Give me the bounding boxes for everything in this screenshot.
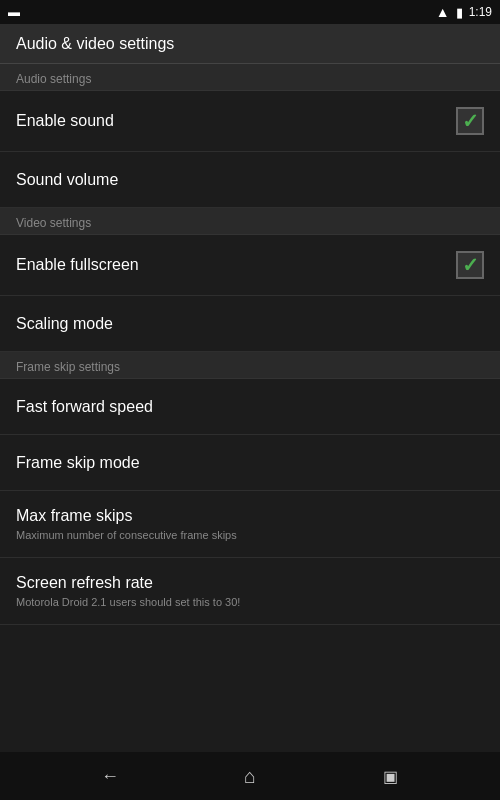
nav-recents-button[interactable]: ▣ xyxy=(366,752,414,800)
checkbox-enable-fullscreen[interactable]: ✓ xyxy=(456,251,484,279)
screen-icon: ▬ xyxy=(8,5,20,19)
setting-text-sound-volume: Sound volume xyxy=(16,171,118,189)
setting-item-enable-sound[interactable]: Enable sound✓ xyxy=(0,91,500,152)
setting-text-screen-refresh-rate: Screen refresh rateMotorola Droid 2.1 us… xyxy=(16,574,240,608)
section-header-0: Audio settings xyxy=(0,64,500,91)
setting-item-frame-skip-mode[interactable]: Frame skip mode xyxy=(0,435,500,491)
setting-item-scaling-mode[interactable]: Scaling mode xyxy=(0,296,500,352)
nav-back-button[interactable]: ← xyxy=(86,752,134,800)
section-header-1: Video settings xyxy=(0,208,500,235)
setting-text-enable-fullscreen: Enable fullscreen xyxy=(16,256,139,274)
setting-text-fast-forward-speed: Fast forward speed xyxy=(16,398,153,416)
setting-subtitle-screen-refresh-rate: Motorola Droid 2.1 users should set this… xyxy=(16,596,240,608)
setting-title-enable-fullscreen: Enable fullscreen xyxy=(16,256,139,274)
nav-home-button[interactable]: ⌂ xyxy=(226,752,274,800)
checkmark-enable-sound: ✓ xyxy=(462,111,479,131)
setting-title-screen-refresh-rate: Screen refresh rate xyxy=(16,574,240,592)
page-title: Audio & video settings xyxy=(16,35,174,53)
setting-title-sound-volume: Sound volume xyxy=(16,171,118,189)
recents-icon: ▣ xyxy=(383,767,398,786)
battery-icon: ▮ xyxy=(456,5,463,20)
back-icon: ← xyxy=(101,766,119,787)
setting-title-frame-skip-mode: Frame skip mode xyxy=(16,454,140,472)
status-bar-left: ▬ xyxy=(8,5,20,19)
title-bar: Audio & video settings xyxy=(0,24,500,64)
setting-item-screen-refresh-rate[interactable]: Screen refresh rateMotorola Droid 2.1 us… xyxy=(0,558,500,625)
status-time: 1:19 xyxy=(469,5,492,19)
setting-title-fast-forward-speed: Fast forward speed xyxy=(16,398,153,416)
checkbox-enable-sound[interactable]: ✓ xyxy=(456,107,484,135)
status-bar-right: ▲ ▮ 1:19 xyxy=(436,4,492,20)
setting-title-max-frame-skips: Max frame skips xyxy=(16,507,237,525)
setting-title-scaling-mode: Scaling mode xyxy=(16,315,113,333)
checkmark-enable-fullscreen: ✓ xyxy=(462,255,479,275)
setting-item-enable-fullscreen[interactable]: Enable fullscreen✓ xyxy=(0,235,500,296)
setting-text-max-frame-skips: Max frame skipsMaximum number of consecu… xyxy=(16,507,237,541)
home-icon: ⌂ xyxy=(244,765,256,788)
setting-subtitle-max-frame-skips: Maximum number of consecutive frame skip… xyxy=(16,529,237,541)
setting-item-sound-volume[interactable]: Sound volume xyxy=(0,152,500,208)
section-header-2: Frame skip settings xyxy=(0,352,500,379)
status-bar: ▬ ▲ ▮ 1:19 xyxy=(0,0,500,24)
setting-title-enable-sound: Enable sound xyxy=(16,112,114,130)
setting-item-fast-forward-speed[interactable]: Fast forward speed xyxy=(0,379,500,435)
wifi-icon: ▲ xyxy=(436,4,450,20)
setting-text-enable-sound: Enable sound xyxy=(16,112,114,130)
settings-content: Audio settingsEnable sound✓Sound volumeV… xyxy=(0,64,500,752)
nav-bar: ← ⌂ ▣ xyxy=(0,752,500,800)
setting-text-frame-skip-mode: Frame skip mode xyxy=(16,454,140,472)
setting-item-max-frame-skips[interactable]: Max frame skipsMaximum number of consecu… xyxy=(0,491,500,558)
setting-text-scaling-mode: Scaling mode xyxy=(16,315,113,333)
